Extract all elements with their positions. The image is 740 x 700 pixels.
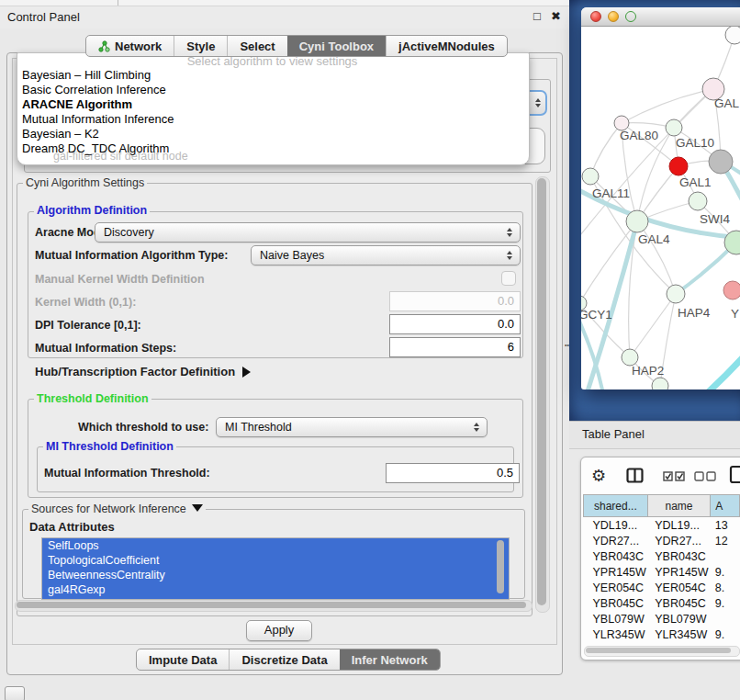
table-cell[interactable] (711, 548, 740, 564)
table-row[interactable]: YBL079WYBL079W (584, 611, 740, 627)
table-cell[interactable]: 12 (711, 533, 740, 548)
table-row[interactable]: YBR043CYBR043C (584, 548, 740, 564)
table-cell[interactable]: YBR045C (647, 595, 711, 611)
table-row[interactable]: YER054CYER054C8. (584, 580, 740, 595)
network-node-SWI4-small[interactable] (689, 192, 707, 210)
minimized-panel-widget[interactable] (5, 686, 25, 700)
kernel-width-field[interactable]: 0.0 (389, 291, 521, 311)
table-row[interactable]: YDL19...YDL19...13 (584, 517, 740, 534)
table-cell[interactable]: 9. (711, 627, 740, 642)
table-cell[interactable]: YDR27... (584, 533, 648, 548)
network-node-bottom-node[interactable] (652, 378, 668, 390)
column-header-partial[interactable]: A (711, 495, 740, 517)
table-cell[interactable]: YBL079W (584, 611, 648, 627)
checked-pair-icon[interactable] (663, 469, 685, 486)
tab-network[interactable]: Network (86, 36, 174, 56)
tab-select[interactable]: Select (227, 36, 286, 56)
table-cell[interactable]: YBR043C (647, 548, 711, 564)
apply-button[interactable]: Apply (246, 620, 312, 641)
settings-gear-icon[interactable]: ⚙ (591, 466, 606, 486)
tab-discretize-data[interactable]: Discretize Data (229, 649, 339, 670)
network-canvas[interactable]: GALGAL80GAL10GAL1GAL11SWI4GAL4GCY1HAP4YH… (581, 27, 740, 390)
table-cell[interactable]: YBL079W (647, 611, 711, 627)
network-window-titlebar[interactable] (581, 7, 740, 27)
attributes-vscrollbar-thumb[interactable] (497, 540, 504, 593)
data-attribute-item[interactable]: SelfLoops (42, 538, 509, 553)
node-table[interactable]: shared... name A YDL19...YDL19...13YDR27… (583, 494, 740, 646)
network-edge[interactable] (630, 294, 676, 357)
sources-group-title[interactable]: Sources for Network Inference (28, 502, 206, 515)
network-node-GAL4[interactable] (626, 210, 648, 232)
table-cell[interactable]: YLR345W (647, 627, 711, 642)
settings-vscrollbar-thumb[interactable] (537, 178, 546, 605)
network-node-GAL1[interactable] (669, 157, 688, 175)
network-edge[interactable] (706, 356, 740, 390)
close-traffic-light-icon[interactable] (590, 11, 601, 22)
mi-steps-field[interactable]: 6 (389, 337, 521, 357)
tab-infer-network-label: Infer Network (352, 653, 428, 667)
hub-definition-expander[interactable]: Hub/Transcription Factor Definition (35, 365, 251, 378)
tab-jactivemnodules[interactable]: jActiveMNodules (386, 36, 507, 56)
tab-infer-network[interactable]: Infer Network (340, 649, 440, 670)
table-cell[interactable]: YBR043C (584, 548, 648, 564)
network-node-top-partial[interactable] (725, 27, 740, 44)
network-node-GAL10[interactable] (666, 119, 682, 136)
table-cell[interactable]: YDL19... (584, 517, 648, 534)
mi-threshold-field[interactable]: 0.5 (386, 463, 520, 483)
zoom-traffic-light-icon[interactable] (625, 11, 636, 22)
table-cell[interactable]: YPR145W (584, 564, 648, 580)
unchecked-pair-icon[interactable] (694, 469, 716, 486)
mi-type-combo[interactable]: Naive Bayes (251, 245, 521, 265)
expander-down-arrow-icon (192, 504, 203, 512)
data-attribute-item[interactable]: gal4RGexp (42, 582, 509, 597)
table-cell[interactable]: YPR145W (647, 564, 711, 580)
network-edge[interactable] (622, 89, 713, 123)
data-attribute-item[interactable]: BetweennessCentrality (42, 568, 509, 582)
table-partial-icon[interactable] (729, 465, 740, 488)
algorithm-option[interactable]: Bayesian – Hill Climbing (18, 68, 523, 83)
table-cell[interactable]: YLR345W (584, 627, 648, 642)
which-threshold-combo[interactable]: MI Threshold (216, 417, 488, 437)
table-cell[interactable]: YER054C (647, 580, 711, 595)
network-node-salmon-node[interactable] (723, 281, 740, 299)
manual-kernel-checkbox[interactable] (501, 271, 516, 286)
algorithm-option[interactable]: ARACNE Algorithm (18, 97, 523, 112)
data-attribute-item[interactable]: TopologicalCoefficient (42, 553, 509, 568)
table-cell[interactable] (711, 611, 740, 627)
settings-hscrollbar-thumb[interactable] (17, 602, 526, 608)
network-edge[interactable] (581, 221, 637, 303)
table-cell[interactable]: 9. (711, 564, 740, 580)
column-header-name[interactable]: name (647, 495, 711, 517)
float-window-icon[interactable]: □ (533, 9, 541, 23)
tab-cyni-toolbox[interactable]: Cyni Toolbox (287, 36, 386, 56)
tab-impute-data[interactable]: Impute Data (137, 649, 229, 670)
table-row[interactable]: YLR345WYLR345W9. (584, 627, 740, 642)
node-label-GAL1: GAL1 (679, 175, 712, 189)
minimize-traffic-light-icon[interactable] (608, 11, 619, 22)
table-hscrollbar-thumb[interactable] (586, 648, 731, 653)
algorithm-option[interactable]: Mutual Information Inference (18, 112, 523, 127)
table-row[interactable]: YDR27...YDR27...12 (584, 533, 740, 548)
algorithm-option[interactable]: Dream8 DC_TDC Algorithm (18, 141, 523, 156)
table-row[interactable]: YPR145WYPR145W9. (584, 564, 740, 580)
close-icon[interactable]: ✖ (551, 9, 561, 23)
split-columns-icon[interactable] (626, 468, 644, 487)
table-cell[interactable]: 9. (711, 595, 740, 611)
dpi-tolerance-field[interactable]: 0.0 (389, 314, 521, 334)
tab-style[interactable]: Style (174, 36, 227, 56)
table-row[interactable]: YBR045CYBR045C9. (584, 595, 740, 611)
network-node-GAL11[interactable] (582, 168, 599, 185)
network-edge[interactable] (590, 123, 622, 176)
column-header-shared-name[interactable]: shared... (584, 495, 648, 517)
aracne-mode-combo[interactable]: Discovery (95, 222, 521, 243)
table-cell[interactable]: YBR045C (584, 595, 648, 611)
table-cell[interactable]: 8. (711, 580, 740, 595)
table-cell[interactable]: YER054C (584, 580, 648, 595)
table-cell[interactable]: 13 (711, 517, 740, 534)
table-cell[interactable]: YDR27... (647, 533, 711, 548)
network-node-gray-node[interactable] (709, 150, 733, 174)
network-node-HAP4[interactable] (667, 285, 685, 303)
algorithm-option[interactable]: Bayesian – K2 (18, 127, 523, 141)
algorithm-option[interactable]: Basic Correlation Inference (18, 83, 523, 97)
table-cell[interactable]: YDL19... (647, 517, 711, 534)
